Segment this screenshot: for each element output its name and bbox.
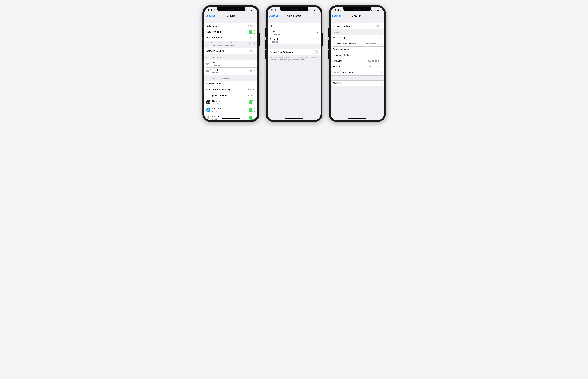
row-carrier-setting[interactable]: Enable 4G Voice & Data: [331, 64, 384, 70]
row-carrier-setting[interactable]: My Number +852: [331, 58, 384, 64]
row-label: Network Selection: [333, 54, 351, 56]
home-indicator[interactable]: [285, 118, 303, 119]
row-value: 103 GB: [248, 82, 255, 85]
plan-status: On: [250, 62, 253, 65]
row-carrier-setting[interactable]: Wi-Fi Calling Off: [331, 35, 384, 41]
home-indicator[interactable]: [348, 118, 367, 119]
svg-rect-3: [246, 9, 247, 11]
scroll-content[interactable]: Cellular Plan Label 1010 1010 / CSL Wi-F…: [331, 19, 384, 120]
battery-icon: [314, 9, 317, 11]
svg-rect-24: [377, 10, 379, 11]
row-app-usage: Photos 3.3 GB: [204, 114, 257, 120]
section-footer: Turn off cellular data to restrict all d…: [204, 41, 257, 48]
row-carrier-setting[interactable]: Calls on Other Devices When Nearby: [331, 41, 384, 47]
toggle-app[interactable]: [248, 100, 255, 104]
svg-rect-12: [308, 10, 308, 11]
svg-rect-6: [254, 10, 254, 10]
row-carrier-setting[interactable]: Carrier Services: [331, 47, 384, 52]
option-label: Project Fi: [270, 38, 279, 41]
notch: [280, 7, 308, 11]
svg-rect-1: [245, 10, 245, 11]
back-button[interactable]: Cellular: [332, 15, 341, 17]
location-icon: [276, 9, 278, 11]
row-label: SIM PIN: [333, 82, 341, 85]
back-button[interactable]: Settings: [205, 15, 215, 17]
row-carrier-setting[interactable]: Network Selection 1O1O: [331, 52, 384, 58]
chevron-left-icon: [332, 15, 333, 17]
row-value: +852: [366, 60, 379, 62]
home-indicator[interactable]: [222, 118, 240, 119]
status-time: 9:43: [271, 9, 276, 11]
app-name: Overcast: [212, 100, 221, 102]
row-value: 6.4 GB: [248, 88, 255, 91]
row-system-services[interactable]: System Services 37.9 GB: [204, 93, 257, 98]
chevron-right-icon: [381, 66, 382, 68]
row-value: Off: [250, 36, 253, 39]
app-icon: [206, 100, 210, 104]
row-data-option[interactable]: 1010 +852 ✓: [267, 29, 321, 37]
row-label: Enable 4G: [333, 65, 343, 68]
svg-rect-2: [246, 10, 246, 11]
row-plan[interactable]: P Project Fi +1 On: [204, 67, 257, 75]
svg-rect-13: [308, 10, 309, 11]
status-time: 9:44: [335, 9, 339, 11]
phone-frame-2: 9:43 Cellular Cellular Data Off: [266, 5, 323, 122]
section-header: 1010 / CSL: [331, 29, 384, 35]
notch: [217, 7, 245, 11]
back-label: Cellular: [334, 15, 341, 17]
svg-rect-14: [309, 10, 309, 11]
plan-name: 1010: [210, 61, 220, 64]
chevron-right-icon: [381, 72, 382, 74]
location-icon: [340, 9, 341, 11]
chevron-right-icon: [254, 50, 255, 52]
app-name: App Store: [212, 108, 222, 110]
row-hotspot[interactable]: Personal Hotspot Off: [204, 35, 257, 41]
row-app-usage: Overcast 27.8 GB: [204, 98, 257, 106]
row-plan-label[interactable]: Cellular Plan Label 1010: [331, 23, 384, 29]
row-voice-line[interactable]: Default Voice Line 1010: [204, 48, 257, 54]
notch: [343, 7, 371, 11]
page-title: 1010 / csl: [352, 15, 362, 17]
row-label: Calls on Other Devices: [333, 42, 356, 45]
app-icon: [206, 116, 210, 120]
row-value: 1010: [248, 25, 253, 27]
toggle-data-switching[interactable]: [312, 50, 319, 54]
option-number: +1: [270, 41, 279, 43]
toggle-app[interactable]: [248, 115, 255, 120]
app-size: 4.1 GB: [212, 110, 222, 112]
battery-icon: [377, 9, 381, 11]
wifi-icon: [311, 9, 313, 11]
row-carrier-setting[interactable]: Cellular Data Network: [331, 70, 384, 76]
plan-number: +852: [210, 64, 220, 66]
toggle-data-roaming[interactable]: [248, 30, 255, 34]
chevron-left-icon: [205, 15, 207, 17]
row-data-option[interactable]: Off: [267, 23, 321, 29]
option-label: 1010: [270, 31, 280, 33]
row-label: Personal Hotspot: [206, 36, 224, 39]
back-button[interactable]: Cellular: [269, 15, 278, 17]
chevron-right-icon: [381, 43, 382, 44]
row-plan[interactable]: 1 1010 +852 On: [204, 60, 257, 67]
row-value: 1O1O: [373, 54, 379, 56]
scroll-content[interactable]: Cellular Data 1010 Data Roaming Personal…: [204, 19, 257, 120]
plan-status: On: [250, 70, 253, 73]
chevron-right-icon: [381, 82, 382, 84]
chevron-right-icon: [254, 25, 255, 27]
svg-rect-25: [380, 10, 381, 10]
row-value: When Nearby: [366, 42, 380, 45]
row-sim-pin[interactable]: SIM PIN: [331, 80, 384, 86]
row-cellular-data[interactable]: Cellular Data 1010: [204, 23, 257, 29]
row-data-option[interactable]: Project Fi +1: [267, 37, 321, 44]
row-app-usage: App Store 4.1 GB: [204, 106, 257, 114]
row-current-period: Current Period 103 GB: [204, 81, 257, 87]
chevron-right-icon: [254, 37, 255, 39]
svg-point-7: [208, 102, 209, 103]
status-time: 9:43: [208, 9, 213, 11]
app-name: Photos: [212, 115, 219, 118]
scroll-content[interactable]: Off 1010 +852 ✓ Project Fi +1 Cellular D…: [267, 19, 321, 120]
row-data-roaming: Data Roaming: [204, 29, 257, 35]
app-size: 27.8 GB: [212, 103, 221, 105]
toggle-app[interactable]: [248, 108, 255, 112]
nav-bar: Cellular 1010 / csl: [331, 13, 384, 19]
svg-point-11: [207, 117, 208, 118]
